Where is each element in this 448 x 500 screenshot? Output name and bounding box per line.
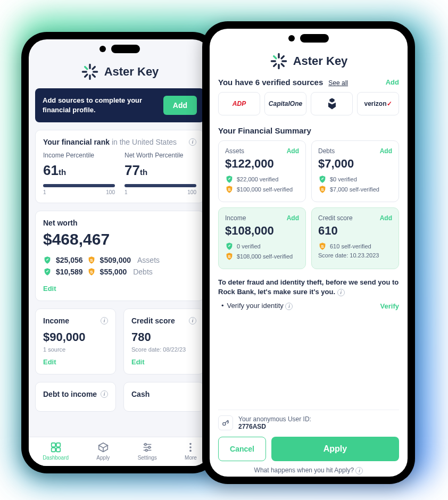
tab-apply[interactable]: Apply: [96, 441, 110, 461]
notch: [288, 34, 329, 43]
svg-point-19: [145, 449, 147, 452]
add-sources-button[interactable]: Add: [163, 96, 197, 115]
svg-line-30: [273, 64, 276, 66]
credit-amount: 780: [131, 330, 196, 344]
what-happens-link[interactable]: What happens when you hit Apply? i: [218, 466, 399, 474]
tile-self: $100,000 self-verified: [237, 186, 293, 193]
uid-value: 2776ASD: [238, 423, 311, 430]
info-icon[interactable]: i: [337, 289, 345, 296]
income-amount: $90,000: [43, 330, 108, 344]
info-icon[interactable]: i: [189, 317, 196, 324]
tab-label: Apply: [96, 455, 110, 461]
see-all-link[interactable]: See all: [328, 79, 348, 87]
verify-button[interactable]: Verify: [380, 302, 399, 310]
uid-label: Your anonymous User ID:: [238, 415, 311, 423]
income-percentile: Income Percentile 61th 1100: [43, 152, 115, 195]
svg-line-7: [85, 74, 87, 77]
info-icon[interactable]: i: [285, 303, 293, 310]
shield-self-icon: S: [225, 185, 234, 194]
source-logo-capitalone[interactable]: CapitalOne: [264, 92, 306, 115]
info-icon[interactable]: i: [101, 317, 108, 324]
income-percentile-label: Income Percentile: [43, 152, 115, 159]
tile-add-button[interactable]: Add: [287, 214, 299, 222]
assets-verified: $25,056: [56, 256, 83, 264]
shield-self-icon: S: [87, 256, 96, 264]
income-card: Income i $90,000 1 source Edit: [35, 309, 116, 374]
add-source-link[interactable]: Add: [386, 78, 399, 86]
apply-button[interactable]: Apply: [271, 437, 399, 461]
scale-max: 100: [106, 189, 115, 195]
dashboard-icon: [50, 441, 62, 453]
edit-credit-button[interactable]: Edit: [131, 358, 145, 366]
tile-debts: DebtsAdd $7,000 $0 verified S$7,000 self…: [311, 140, 399, 202]
tile-income: IncomeAdd $108,000 0 verified S$108,000 …: [218, 207, 306, 269]
debts-label: Debts: [133, 268, 153, 276]
svg-rect-11: [56, 443, 60, 447]
networth-amount: $468,467: [43, 230, 196, 248]
key-icon: [218, 415, 233, 430]
svg-line-4: [85, 67, 87, 69]
tab-label: Settings: [138, 455, 157, 461]
info-icon[interactable]: i: [189, 138, 196, 146]
tab-more[interactable]: More: [185, 441, 197, 461]
networth-percentile-suffix: th: [140, 168, 147, 177]
fraud-notice: To deter fraud and identity theft, befor…: [218, 278, 399, 296]
summary-title: Your Financial Summary: [218, 126, 399, 135]
cash-card: Cash: [123, 382, 204, 412]
svg-point-21: [190, 446, 192, 448]
shield-verified-icon: [225, 242, 234, 251]
user-id-row: Your anonymous User ID: 2776ASD: [218, 410, 399, 430]
brand-name: Aster Key: [293, 54, 348, 68]
credit-sub: Score date: 08/22/23: [131, 346, 196, 353]
box-icon: [97, 441, 109, 453]
edit-income-button[interactable]: Edit: [43, 358, 56, 366]
scale-max: 100: [187, 189, 196, 195]
shield-self-icon: S: [225, 252, 234, 261]
financial-rank-card: Your financial rank in the United States…: [35, 130, 204, 203]
networth-percentile: Net Worth Percentile 77th 1100: [125, 152, 196, 195]
source-logo-irs[interactable]: [311, 92, 353, 115]
tile-label: Debts: [318, 147, 335, 155]
tab-settings[interactable]: Settings: [138, 441, 157, 461]
tile-label: Credit score: [318, 214, 353, 222]
svg-text:S: S: [228, 254, 231, 259]
more-icon: [185, 441, 196, 453]
banner-text: Add sources to complete your financial p…: [43, 96, 149, 114]
tab-label: More: [185, 455, 197, 461]
tile-add-button[interactable]: Add: [287, 147, 299, 155]
tile-add-button[interactable]: Add: [380, 147, 392, 155]
logo-text: verizon: [364, 100, 386, 107]
rank-title-muted: in the United States: [112, 138, 177, 146]
info-icon[interactable]: i: [101, 390, 108, 398]
tab-dashboard[interactable]: Dashboard: [43, 441, 69, 461]
tile-label: Assets: [225, 147, 244, 155]
assets-line: $25,056 S $509,000 Assets: [43, 256, 196, 264]
sources-title: You have 6 verified sources: [218, 78, 323, 87]
complete-profile-banner: Add sources to complete your financial p…: [35, 88, 204, 122]
what-text: What happens when you hit Apply?: [254, 466, 354, 474]
svg-text:S: S: [321, 244, 324, 249]
shield-verified-icon: [225, 175, 234, 184]
source-logo-verizon[interactable]: verizon✓: [357, 92, 399, 115]
svg-text:S: S: [321, 187, 324, 192]
tab-label: Dashboard: [43, 455, 69, 461]
svg-text:S: S: [90, 258, 93, 263]
networth-percentile-value: 77: [125, 162, 140, 178]
svg-line-27: [273, 56, 276, 59]
brand-logo-icon: [81, 63, 99, 81]
edit-networth-button[interactable]: Edit: [43, 285, 56, 293]
logo-text: CapitalOne: [269, 100, 302, 107]
dti-card: Debt to income i: [35, 382, 116, 412]
networth-card: Net worth $468,467 $25,056 S $509,000 As…: [35, 211, 204, 301]
svg-point-22: [190, 450, 192, 452]
cancel-button[interactable]: Cancel: [218, 437, 266, 461]
svg-rect-10: [51, 443, 55, 447]
income-title: Income: [43, 316, 69, 325]
tile-assets: AssetsAdd $122,000 $22,000 verified S$10…: [218, 140, 306, 202]
info-icon: i: [355, 467, 363, 474]
tile-self: Score date: 10.23.2023: [318, 252, 379, 259]
tile-self: $108,000 self-verified: [237, 253, 293, 260]
tile-add-button[interactable]: Add: [380, 214, 392, 222]
source-logo-adp[interactable]: ADP: [218, 92, 260, 115]
svg-line-28: [281, 64, 284, 66]
